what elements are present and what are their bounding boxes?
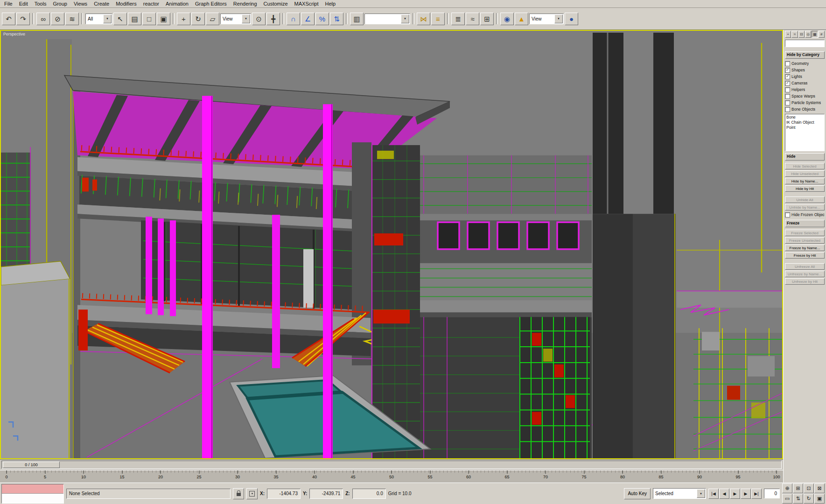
z-coordinate-field[interactable]: 0.0	[352, 489, 386, 499]
freeze-rollout[interactable]: Freeze	[785, 220, 825, 227]
menu-maxscript[interactable]: MAXScript	[291, 0, 322, 7]
selection-filter-dropdown[interactable]: All▼	[85, 14, 112, 24]
quick-render-button[interactable]: ●	[565, 13, 578, 25]
unfreeze-all-button[interactable]: Unfreeze All	[785, 263, 825, 270]
previous-frame-button[interactable]: ◀	[719, 489, 729, 499]
select-and-uniform-scale-button[interactable]: ▱	[206, 13, 219, 25]
menu-reactor[interactable]: reactor	[140, 0, 162, 7]
list-item-point[interactable]: Point	[786, 125, 823, 130]
zoom-all-button[interactable]: ⊞	[793, 483, 803, 493]
menu-graph-editors[interactable]: Graph Editors	[192, 0, 230, 7]
hide-selected-button[interactable]: Hide Selected	[785, 163, 825, 169]
render-type-dropdown[interactable]: View▼	[529, 14, 564, 24]
rectangular-selection-region-button[interactable]: □	[142, 13, 156, 25]
y-coordinate-field[interactable]: -2439.71	[309, 489, 343, 499]
chevron-down-icon[interactable]: ▼	[242, 14, 250, 23]
unhide-all-button[interactable]: Unhide All	[785, 196, 825, 203]
hide-frozen-objects-checkbox[interactable]: Hide Frozen Objects	[785, 211, 825, 218]
percent-snap-toggle-button[interactable]: %	[315, 13, 329, 25]
unhide-by-name-button[interactable]: Unhide by Name...	[785, 204, 825, 210]
zoom-extents-button[interactable]: ⊡	[804, 483, 814, 493]
menu-customize[interactable]: Customize	[260, 0, 291, 7]
category-cameras[interactable]: ✓Cameras	[785, 80, 825, 86]
chevron-down-icon[interactable]: ▼	[401, 14, 409, 23]
time-slider-track[interactable]: 0 / 100	[1, 461, 782, 469]
hide-unselected-button[interactable]: Hide Unselected	[785, 170, 825, 177]
zoom-button[interactable]: ⊕	[782, 483, 792, 493]
menu-help[interactable]: Help	[322, 0, 339, 7]
unfreeze-by-name-button[interactable]: Unfreeze by Name...	[785, 271, 825, 277]
hide-by-hit-button[interactable]: Hide by Hit	[785, 185, 825, 192]
angle-snap-toggle-button[interactable]: ∠	[301, 13, 315, 25]
go-to-start-button[interactable]: |◀	[708, 489, 719, 499]
hide-by-name-button[interactable]: Hide by Name...	[785, 178, 825, 184]
zoom-region-button[interactable]: ▭	[782, 494, 792, 504]
tab-hierarchy[interactable]: ⊟	[798, 31, 805, 38]
menu-animation[interactable]: Animation	[162, 0, 192, 7]
play-button[interactable]: ▶	[730, 489, 740, 499]
reference-coordinate-system-dropdown[interactable]: View▼	[220, 14, 251, 24]
selection-lock-toggle[interactable]	[233, 488, 244, 499]
menu-views[interactable]: Views	[70, 0, 91, 7]
menu-file[interactable]: File	[1, 0, 16, 7]
current-frame-field[interactable]: 0	[764, 489, 780, 498]
select-by-name-button[interactable]: ▤	[128, 13, 141, 25]
tab-motion[interactable]: ◎	[805, 31, 811, 38]
category-particle-systems[interactable]: Particle Systems	[785, 99, 825, 106]
viewport-label[interactable]: Perspective	[3, 32, 25, 36]
select-and-rotate-button[interactable]: ↻	[191, 13, 205, 25]
perspective-viewport[interactable]: Perspective	[0, 30, 783, 459]
listener-script-pane[interactable]	[2, 494, 63, 503]
zoom-extents-all-button[interactable]: ⊠	[814, 483, 825, 493]
menu-create[interactable]: Create	[91, 0, 112, 7]
x-coordinate-field[interactable]: -1404.73	[267, 489, 301, 499]
absolute-offset-toggle[interactable]	[246, 488, 258, 499]
time-slider[interactable]: 0 / 100	[0, 459, 783, 470]
freeze-by-name-button[interactable]: Freeze by Name...	[785, 245, 825, 251]
display-color-field[interactable]	[785, 40, 825, 47]
category-helpers[interactable]: Helpers	[785, 86, 825, 93]
use-pivot-point-center-button[interactable]: ⊙	[252, 13, 266, 25]
menu-modifiers[interactable]: Modifiers	[112, 0, 140, 7]
menu-tools[interactable]: Tools	[31, 0, 50, 7]
bind-to-space-warp-button[interactable]: ≋	[65, 13, 79, 25]
curve-editor-button[interactable]: ≈	[466, 13, 479, 25]
category-space-warps[interactable]: Space Warps	[785, 93, 825, 99]
list-item-ik-chain-object[interactable]: IK Chain Object	[786, 120, 823, 125]
freeze-unselected-button[interactable]: Freeze Unselected	[785, 237, 825, 244]
tab-utilities[interactable]: #	[819, 31, 825, 38]
category-lights[interactable]: ✓Lights	[785, 73, 825, 80]
menu-group[interactable]: Group	[49, 0, 70, 7]
select-object-button[interactable]: ↖	[113, 13, 127, 25]
tab-display[interactable]: ▦	[812, 31, 818, 38]
hide-by-category-rollout[interactable]: Hide by Category	[785, 51, 825, 59]
track-bar[interactable]: 0510152025303540455055606570758085909510…	[0, 470, 783, 483]
tab-modify[interactable]: ≈	[791, 31, 798, 38]
list-item-bone[interactable]: Bone	[786, 115, 823, 120]
mirror-button[interactable]: ⋈	[417, 13, 430, 25]
chevron-down-icon[interactable]: ▼	[554, 14, 563, 23]
category-bone-objects[interactable]: Bone Objects	[785, 106, 825, 112]
snaps-toggle-button[interactable]: ∩	[287, 13, 300, 25]
layer-manager-button[interactable]: ≣	[451, 13, 465, 25]
schematic-view-button[interactable]: ⊞	[480, 13, 494, 25]
redo-button[interactable]: ↷	[16, 13, 30, 25]
time-slider-handle[interactable]: 0 / 100	[3, 462, 60, 468]
menu-rendering[interactable]: Rendering	[230, 0, 260, 7]
undo-button[interactable]: ↶	[2, 13, 15, 25]
category-geometry[interactable]: Geometry	[785, 60, 825, 67]
maxscript-mini-listener[interactable]	[1, 484, 64, 504]
go-to-end-button[interactable]: ▶|	[751, 489, 762, 499]
chevron-down-icon[interactable]: ▼	[697, 489, 705, 498]
select-and-move-button[interactable]: +	[177, 13, 190, 25]
key-mode-dropdown[interactable]: Selected ▼	[653, 488, 706, 499]
chevron-down-icon[interactable]: ▼	[103, 14, 112, 23]
edit-named-selection-sets-button[interactable]: ▥	[350, 13, 364, 25]
align-button[interactable]: ≡	[431, 13, 445, 25]
freeze-by-hit-button[interactable]: Freeze by Hit	[785, 252, 825, 259]
unfreeze-by-hit-button[interactable]: Unfreeze by Hit	[785, 278, 825, 285]
maximize-viewport-button[interactable]: ▣	[814, 494, 825, 504]
category-shapes[interactable]: ✓Shapes	[785, 67, 825, 73]
window-crossing-button[interactable]: ▣	[157, 13, 170, 25]
tab-create[interactable]: +	[785, 31, 791, 38]
